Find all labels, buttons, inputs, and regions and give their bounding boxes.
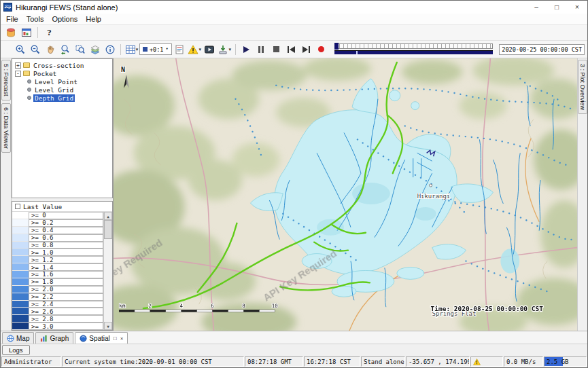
tab-forecast[interactable]: 5 : Forecast: [1, 60, 11, 100]
legend-row[interactable]: >= 1.0: [12, 249, 103, 256]
legend-row[interactable]: >= 2.8: [12, 315, 103, 323]
tab-plot-overview[interactable]: 3 : Plot Overview: [578, 60, 587, 114]
layers-button[interactable]: [88, 43, 102, 56]
play-button[interactable]: [239, 43, 254, 56]
menubar: File Tools Options Help: [1, 14, 587, 25]
left-tabstrip: 5 : Forecast 6 : Data Viewer: [1, 58, 12, 331]
animation-export-button[interactable]: [203, 43, 217, 56]
app-icon: [3, 3, 12, 12]
pause-icon: [258, 46, 264, 53]
info-icon: [105, 44, 116, 55]
spatial-restore-button[interactable]: □: [114, 335, 117, 342]
collapse-toggle-icon[interactable]: -: [15, 71, 21, 77]
expand-toggle-icon[interactable]: +: [15, 62, 21, 69]
tree-item-level-point[interactable]: Level Point: [12, 77, 112, 86]
menu-options[interactable]: Options: [48, 15, 82, 23]
stop-button[interactable]: [269, 43, 283, 56]
pause-button[interactable]: [254, 43, 269, 56]
display-units-button[interactable]: [173, 43, 187, 56]
layers-icon: [90, 44, 101, 55]
legend-scrollbar[interactable]: ▲ ▼: [103, 212, 112, 330]
warning-icon: [473, 358, 481, 365]
legend-row[interactable]: >= 1.4: [12, 263, 103, 271]
menu-help[interactable]: Help: [82, 15, 105, 23]
grid-display-button[interactable]: ▾: [124, 43, 139, 56]
legend-row[interactable]: >= 1.6: [12, 271, 103, 278]
zoom-in-button[interactable]: [13, 43, 27, 56]
tree-item-depth-grid[interactable]: Depth Grid: [12, 94, 112, 102]
svg-text:6: 6: [211, 303, 214, 309]
scroll-track[interactable]: [104, 220, 112, 322]
color-swatch: [12, 308, 29, 315]
zoom-out-button[interactable]: [28, 43, 42, 56]
zoom-previous-button[interactable]: [58, 43, 72, 56]
skip-end-button[interactable]: [299, 43, 313, 56]
color-swatch: [12, 219, 29, 227]
tree-item-level-grid[interactable]: Level Grid: [12, 86, 112, 94]
interface-button[interactable]: [19, 26, 33, 39]
legend-row[interactable]: >= 2.6: [12, 308, 103, 315]
last-value-checkbox[interactable]: [15, 204, 20, 209]
svg-text:10: 10: [272, 303, 279, 309]
record-button[interactable]: [314, 43, 328, 56]
node-dot-icon: [27, 79, 31, 84]
spatial-close-button[interactable]: ×: [120, 335, 124, 342]
legend-row[interactable]: >= 0.4: [12, 227, 103, 234]
tab-spatial[interactable]: Spatial □ ×: [75, 332, 128, 344]
datetime-display: 2020-08-25 00:00:00 CST: [499, 44, 585, 55]
color-swatch: [12, 271, 29, 278]
status-gmt-time: 08:27:18 GMT: [245, 356, 303, 367]
window-title: Hikurangi FEWS (Stand alone): [16, 3, 118, 12]
menu-tools[interactable]: Tools: [22, 15, 48, 23]
scroll-thumb[interactable]: [104, 220, 112, 239]
timeline-handle[interactable]: [334, 43, 339, 50]
zoom-extent-icon: [75, 44, 86, 55]
app-window: Hikurangi FEWS (Stand alone) – □ × File …: [0, 0, 588, 368]
timestep-combobox[interactable]: +0:1 ▾: [139, 43, 172, 55]
legend-row[interactable]: >= 2.4: [12, 301, 103, 308]
legend-row[interactable]: >= 0.6: [12, 234, 103, 242]
legend-row[interactable]: >= 2.2: [12, 293, 103, 301]
maximize-button[interactable]: □: [547, 1, 567, 14]
svg-text:N: N: [121, 66, 125, 73]
zoom-extent-button[interactable]: [73, 43, 87, 56]
close-button[interactable]: ×: [567, 1, 587, 14]
legend-row[interactable]: >= 0: [12, 212, 103, 219]
color-swatch: [12, 286, 29, 293]
legend-row[interactable]: >= 1.8: [12, 278, 103, 286]
logs-button[interactable]: Logs: [2, 345, 30, 355]
legend-row[interactable]: >= 2.0: [12, 286, 103, 293]
timeline-slider[interactable]: [334, 43, 494, 56]
timestep-value: +0:1: [150, 46, 163, 53]
svg-text:8: 8: [242, 303, 245, 309]
color-swatch: [12, 249, 29, 256]
color-swatch: [12, 227, 29, 234]
minimize-button[interactable]: –: [526, 1, 547, 14]
save-export-button[interactable]: ▾: [218, 43, 232, 56]
legend-row[interactable]: >= 0.8: [12, 242, 103, 249]
zoom-previous-icon: [60, 44, 71, 55]
toolbar-separator: [37, 27, 38, 38]
scroll-up-button[interactable]: ▲: [104, 212, 112, 220]
map-canvas[interactable]: API Key Required API Key Required Hikura…: [114, 58, 577, 331]
legend-row[interactable]: >= 0.2: [12, 219, 103, 227]
database-button[interactable]: [3, 26, 18, 39]
tab-data-viewer[interactable]: 6 : Data Viewer: [1, 103, 11, 153]
menu-file[interactable]: File: [2, 15, 22, 23]
tab-map[interactable]: Map: [2, 332, 34, 344]
scroll-down-button[interactable]: ▼: [104, 322, 112, 330]
statusbar: Administrator Current system time:2020-0…: [1, 356, 587, 367]
info-button[interactable]: [103, 43, 117, 56]
tree-item-cross-section[interactable]: + Cross-section: [12, 61, 112, 69]
svg-text:km: km: [119, 303, 126, 309]
download-icon: [218, 44, 228, 55]
tree-item-pocket[interactable]: - Pocket: [12, 69, 112, 77]
timeline-ruler[interactable]: [334, 43, 494, 49]
pan-button[interactable]: [43, 43, 57, 56]
legend-row[interactable]: >= 1.2: [12, 256, 103, 263]
tab-graph[interactable]: Graph: [35, 332, 73, 344]
help-button[interactable]: ?: [42, 26, 56, 39]
skip-begin-button[interactable]: [284, 43, 298, 56]
warning-threshold-button[interactable]: ▾: [188, 43, 202, 56]
legend-row[interactable]: >= 3.0: [12, 323, 103, 330]
